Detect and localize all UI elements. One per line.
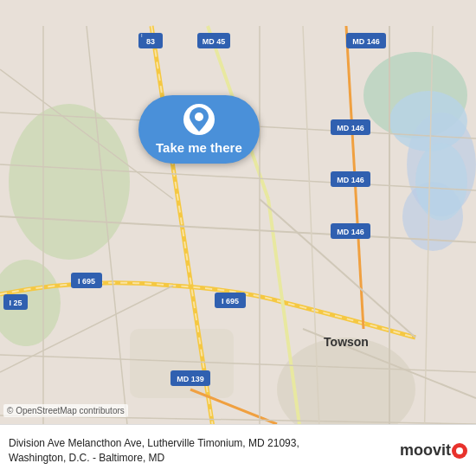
svg-text:MD 45: MD 45 xyxy=(203,37,226,46)
svg-text:I 695: I 695 xyxy=(222,297,239,306)
take-me-there-button[interactable]: Take me there xyxy=(138,95,260,164)
svg-text:MD 146: MD 146 xyxy=(337,176,364,184)
moovit-logo: moovit xyxy=(400,441,467,460)
location-pin-icon xyxy=(183,104,215,135)
svg-text:MD 146: MD 146 xyxy=(337,124,364,132)
svg-point-1 xyxy=(9,104,130,260)
svg-text:I 695: I 695 xyxy=(78,277,95,286)
svg-text:MD 146: MD 146 xyxy=(352,37,380,46)
info-bar: Division Ave Melancthon Ave, Lutherville… xyxy=(0,424,476,476)
osm-attribution: © OpenStreetMap contributors xyxy=(3,404,128,417)
svg-point-8 xyxy=(389,91,467,151)
osm-attribution-text: © OpenStreetMap contributors xyxy=(7,406,125,415)
take-me-there-label: Take me there xyxy=(156,140,242,155)
moovit-logo-icon xyxy=(452,443,467,459)
svg-point-9 xyxy=(415,143,467,221)
svg-rect-6 xyxy=(130,329,234,398)
svg-text:Towson: Towson xyxy=(324,335,369,349)
svg-text:83: 83 xyxy=(146,37,155,46)
svg-text:MD 139: MD 139 xyxy=(177,375,204,383)
moovit-logo-text: moovit xyxy=(400,441,451,460)
svg-point-53 xyxy=(195,113,203,121)
svg-text:MD 146: MD 146 xyxy=(337,228,364,236)
svg-text:I 25: I 25 xyxy=(9,299,22,307)
map-container: 83 I MD 45 MD 146 MD 146 MD 146 MD 146 I… xyxy=(0,0,476,476)
svg-point-54 xyxy=(456,447,463,454)
address-text: Division Ave Melancthon Ave, Lutherville… xyxy=(9,436,355,466)
pin-overlay: Take me there xyxy=(138,95,260,164)
